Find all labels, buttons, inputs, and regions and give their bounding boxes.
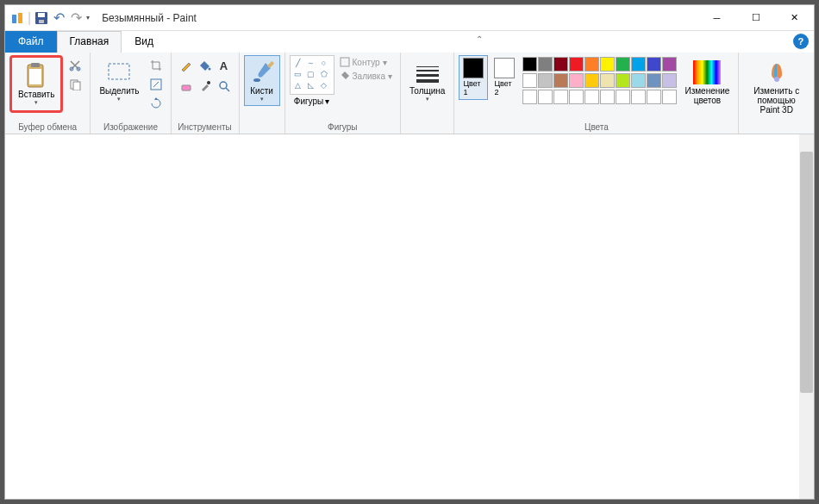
collapse-ribbon-icon[interactable]: ⌃ <box>469 31 490 53</box>
svg-rect-15 <box>182 85 191 90</box>
palette-color[interactable] <box>662 73 677 88</box>
tab-file[interactable]: Файл <box>5 31 57 53</box>
magnifier-icon[interactable] <box>216 78 233 95</box>
resize-icon[interactable] <box>147 76 165 93</box>
palette-color[interactable] <box>647 57 661 72</box>
palette-color[interactable] <box>631 73 646 88</box>
text-icon[interactable]: A <box>216 57 233 74</box>
edit-colors-button[interactable]: Изменение цветов <box>680 55 734 109</box>
paste-button[interactable]: Вставить ▾ <box>14 59 59 109</box>
palette-color[interactable] <box>522 90 537 104</box>
palette-color[interactable] <box>662 57 677 72</box>
qat-dropdown-icon[interactable]: ▾ <box>86 14 90 22</box>
size-button[interactable]: Толщина ▾ <box>405 55 449 106</box>
palette-color[interactable] <box>569 73 584 88</box>
ribbon: Вставить ▾ Буфер обмена Выделить <box>5 53 814 134</box>
save-icon[interactable] <box>34 11 48 25</box>
palette-color[interactable] <box>647 90 661 104</box>
chevron-down-icon: ▾ <box>260 96 264 103</box>
eyedropper-icon[interactable] <box>197 78 214 95</box>
select-button[interactable]: Выделить ▾ <box>95 55 143 106</box>
eraser-icon[interactable] <box>178 78 195 95</box>
palette-color[interactable] <box>662 90 677 104</box>
shapes-label[interactable]: Фигуры▾ <box>294 95 329 106</box>
group-paint3d: Изменить с помощью Paint 3D <box>739 53 814 134</box>
maximize-button[interactable]: ☐ <box>736 5 775 31</box>
palette-color[interactable] <box>553 73 568 88</box>
palette-color[interactable] <box>585 73 599 88</box>
brushes-group-label <box>244 131 280 133</box>
paste-highlight: Вставить ▾ <box>9 55 63 113</box>
palette-color[interactable] <box>616 90 630 104</box>
fill-button[interactable]: Заливка ▾ <box>340 71 393 81</box>
chevron-down-icon: ▾ <box>117 96 121 103</box>
crop-icon[interactable] <box>147 57 165 74</box>
palette-color[interactable] <box>600 57 615 72</box>
close-button[interactable]: ✕ <box>775 5 814 31</box>
shape-poly-icon: ⬠ <box>318 69 330 79</box>
svg-point-21 <box>774 77 779 82</box>
canvas[interactable] <box>5 134 814 499</box>
chevron-down-icon: ▾ <box>426 96 429 103</box>
pencil-icon[interactable] <box>178 57 195 74</box>
clipboard-icon <box>22 62 50 90</box>
shape-oval-icon: ○ <box>318 58 330 68</box>
paint3d-label: Изменить с помощью Paint 3D <box>747 86 805 115</box>
tab-home[interactable]: Главная <box>57 31 122 53</box>
palette-color[interactable] <box>616 73 630 88</box>
copy-icon[interactable] <box>66 76 84 93</box>
color2-label: Цвет 2 <box>494 80 515 97</box>
minimize-button[interactable]: ─ <box>697 5 736 31</box>
palette-color[interactable] <box>616 57 630 72</box>
palette-color[interactable] <box>538 90 553 104</box>
group-size: Толщина ▾ <box>401 53 454 134</box>
rotate-icon[interactable] <box>147 95 165 112</box>
palette-color[interactable] <box>647 73 661 88</box>
color1-button[interactable]: Цвет 1 <box>459 55 488 100</box>
palette-color[interactable] <box>522 73 537 88</box>
paint3d-group-label <box>743 131 810 133</box>
palette-color[interactable] <box>600 73 615 88</box>
color1-swatch <box>463 58 484 78</box>
svg-rect-1 <box>18 13 22 23</box>
group-colors: Цвет 1 Цвет 2 Изменение цветов Цвета <box>454 53 739 134</box>
shape-diamond-icon: ◇ <box>318 80 330 90</box>
palette-color[interactable] <box>600 90 615 104</box>
palette-color[interactable] <box>631 57 646 72</box>
brushes-button[interactable]: Кисти ▾ <box>244 55 280 106</box>
outline-button[interactable]: Контур ▾ <box>340 57 393 67</box>
palette-color[interactable] <box>538 57 553 72</box>
cut-icon[interactable] <box>66 57 84 74</box>
palette-color[interactable] <box>585 90 599 104</box>
group-clipboard: Вставить ▾ Буфер обмена <box>5 53 91 134</box>
svg-point-14 <box>208 68 210 71</box>
thickness-icon <box>414 59 441 86</box>
color2-button[interactable]: Цвет 2 <box>490 55 519 100</box>
palette-color[interactable] <box>522 57 537 72</box>
undo-icon[interactable]: ↶ <box>52 11 66 25</box>
palette-color[interactable] <box>569 90 584 104</box>
palette-row-2 <box>522 73 677 88</box>
scrollbar-thumb[interactable] <box>800 152 813 393</box>
titlebar: | ↶ ↷ ▾ Безымянный - Paint ─ ☐ ✕ <box>5 5 814 31</box>
size-group-label <box>405 131 449 133</box>
help-icon[interactable]: ? <box>793 34 809 49</box>
fill-icon[interactable] <box>197 57 214 74</box>
palette-color[interactable] <box>585 57 599 72</box>
paint3d-icon <box>763 59 791 86</box>
tab-view[interactable]: Вид <box>122 31 166 53</box>
palette-color[interactable] <box>538 73 553 88</box>
palette-color[interactable] <box>631 90 646 104</box>
vertical-scrollbar[interactable] <box>799 134 814 499</box>
clipboard-group-label: Буфер обмена <box>9 121 85 133</box>
palette-color[interactable] <box>553 57 568 72</box>
paint-window: | ↶ ↷ ▾ Безымянный - Paint ─ ☐ ✕ Файл Гл… <box>4 4 815 500</box>
app-icon <box>10 11 24 25</box>
paint3d-button[interactable]: Изменить с помощью Paint 3D <box>743 55 810 118</box>
palette-color[interactable] <box>553 90 568 104</box>
shape-tri-icon: △ <box>292 80 304 90</box>
shapes-gallery[interactable]: ╱ ～ ○ ▭ ▢ ⬠ △ ◺ ◇ <box>290 55 334 95</box>
chevron-down-icon: ▾ <box>34 99 38 106</box>
palette-color[interactable] <box>569 57 584 72</box>
redo-icon[interactable]: ↷ <box>69 11 83 25</box>
